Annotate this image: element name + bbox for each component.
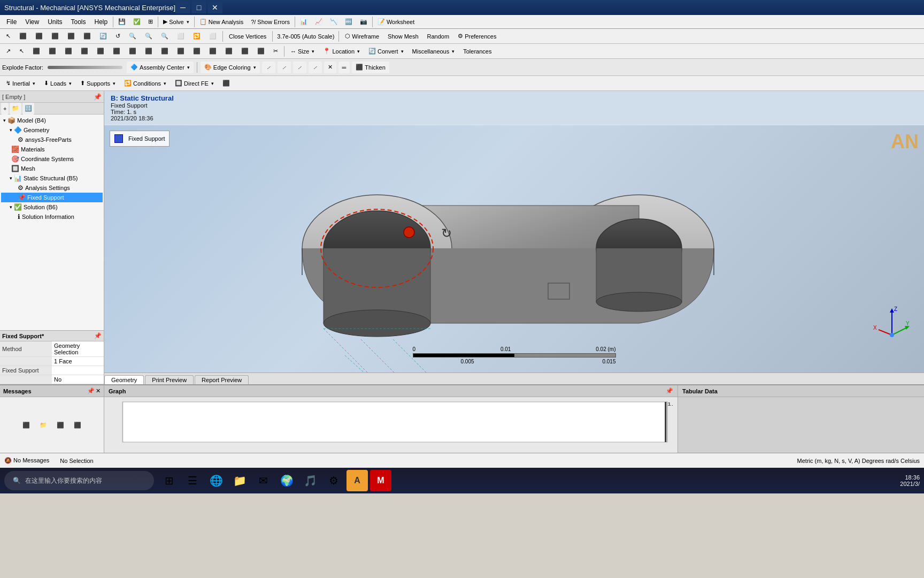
tree-item-analysis-settings[interactable]: ⚙ Analysis Settings bbox=[1, 183, 103, 193]
edge-angle-btn3[interactable]: ⟋ bbox=[293, 62, 306, 73]
tb3-icon12[interactable]: ⬛ bbox=[205, 45, 220, 57]
tb2-zoom-in[interactable]: 🔍 bbox=[157, 31, 172, 42]
tb3-icon10[interactable]: ⬛ bbox=[173, 45, 188, 57]
tb2-icon5[interactable]: ⬛ bbox=[64, 31, 79, 42]
convert-button[interactable]: 🔄 Convert ▾ bbox=[365, 45, 407, 57]
tb2-icon2[interactable]: ⬛ bbox=[16, 31, 30, 42]
tree-item-coord[interactable]: 🎯 Coordinate Systems bbox=[1, 154, 103, 164]
toolbar-icon-3[interactable]: ⊞ bbox=[144, 16, 157, 28]
edge-angle-btn1[interactable]: ⟋ bbox=[262, 62, 275, 73]
tree-item-mesh[interactable]: 🔲 Mesh bbox=[1, 164, 103, 173]
toolbar-icon-b5[interactable]: 📷 bbox=[356, 16, 371, 28]
tb2-zoom-box[interactable]: ⬜ bbox=[173, 31, 188, 42]
tb2-icon6[interactable]: ⬛ bbox=[80, 31, 95, 42]
maximize-button[interactable]: □ bbox=[191, 2, 206, 13]
tb3-icon2[interactable]: ⬛ bbox=[45, 45, 60, 57]
tab-geometry[interactable]: Geometry bbox=[104, 375, 144, 384]
assembly-center-button[interactable]: 🔷 Assembly Center ▾ bbox=[127, 62, 194, 73]
task-chrome[interactable]: 🌍 bbox=[276, 470, 297, 491]
inertial-button[interactable]: ↯ Inertial ▾ bbox=[2, 78, 39, 89]
tree-pin-button[interactable]: 📌 bbox=[94, 93, 102, 101]
edge-angle-btn4[interactable]: ⟋ bbox=[309, 62, 322, 73]
menu-file[interactable]: File bbox=[2, 17, 21, 27]
task-taskview[interactable]: ☰ bbox=[182, 470, 203, 491]
task-windows-button[interactable]: ⊞ bbox=[158, 470, 180, 491]
msg-icon4[interactable]: ⬛ bbox=[70, 419, 85, 431]
tb3-icon8[interactable]: ⬛ bbox=[141, 45, 156, 57]
props-pin-button[interactable]: 📌 bbox=[94, 332, 102, 339]
toolbar-icon-1[interactable]: 💾 bbox=[114, 16, 129, 28]
tb5-icon1[interactable]: ⬛ bbox=[219, 78, 234, 89]
tb3-select[interactable]: ↗ bbox=[2, 45, 14, 57]
tb3-icon9[interactable]: ⬛ bbox=[157, 45, 172, 57]
tb2-icon8[interactable]: ↺ bbox=[112, 31, 124, 42]
tree-item-static[interactable]: ▾ 📊 Static Structural (B5) bbox=[1, 173, 103, 183]
preferences-button[interactable]: ⚙ Preferences bbox=[454, 31, 500, 42]
edge-line-btn[interactable]: ═ bbox=[338, 62, 350, 73]
windows-search[interactable]: 🔍 在这里输入你要搜索的内容 bbox=[4, 471, 154, 490]
graph-pin[interactable]: 📌 bbox=[666, 387, 673, 394]
tab-print-preview[interactable]: Print Preview bbox=[145, 375, 194, 384]
tb3-icon5[interactable]: ⬛ bbox=[93, 45, 108, 57]
tb3-icon3[interactable]: ⬛ bbox=[61, 45, 76, 57]
tb3-icon1[interactable]: ⬛ bbox=[29, 45, 44, 57]
tree-item-sol-info[interactable]: ℹ Solution Information bbox=[1, 212, 103, 222]
messages-pin[interactable]: 📌 bbox=[87, 387, 95, 394]
close-button[interactable]: ✕ bbox=[207, 2, 222, 13]
tb2-icon10[interactable]: ⬜ bbox=[205, 31, 220, 42]
tb2-zoom-out[interactable]: 🔍 bbox=[141, 31, 156, 42]
task-explorer[interactable]: 📁 bbox=[229, 470, 250, 491]
supports-button[interactable]: ⬆ Supports ▾ bbox=[76, 78, 119, 89]
edge-angle-btn2[interactable]: ⟋ bbox=[278, 62, 291, 73]
tolerances-button[interactable]: Tolerances bbox=[459, 45, 495, 57]
tb2-zoom-fit[interactable]: 🔍 bbox=[125, 31, 140, 42]
direct-fe-button[interactable]: 🔲 Direct FE ▾ bbox=[171, 78, 218, 89]
tree-item-geometry[interactable]: ▾ 🔷 Geometry bbox=[1, 125, 103, 135]
tb2-icon4[interactable]: ⬛ bbox=[48, 31, 63, 42]
toolbar-icon-b2[interactable]: 📈 bbox=[311, 16, 326, 28]
tree-item-fixed-support[interactable]: 📌 Fixed Support bbox=[1, 193, 103, 202]
toolbar-icon-b3[interactable]: 📉 bbox=[326, 16, 341, 28]
tb2-icon7[interactable]: 🔄 bbox=[96, 31, 111, 42]
menu-view[interactable]: View bbox=[21, 17, 43, 27]
wireframe-button[interactable]: ⬡ Wireframe bbox=[341, 31, 383, 42]
edge-angle-btn5[interactable]: ✕ bbox=[324, 62, 336, 73]
task-mail[interactable]: ✉ bbox=[252, 470, 274, 491]
tab-report-preview[interactable]: Report Preview bbox=[195, 375, 249, 384]
msg-icon1[interactable]: ⬛ bbox=[19, 419, 34, 431]
minimize-button[interactable]: ─ bbox=[175, 2, 190, 13]
loads-button[interactable]: ⬇ Loads ▾ bbox=[40, 78, 75, 89]
tree-folder-button[interactable]: 📁 bbox=[10, 103, 21, 115]
toolbar-icon-2[interactable]: ✅ bbox=[129, 16, 144, 28]
messages-close[interactable]: ✕ bbox=[96, 387, 101, 394]
location-button[interactable]: 📍 Location ▾ bbox=[319, 45, 364, 57]
tb3-icon6[interactable]: ⬛ bbox=[109, 45, 124, 57]
menu-units[interactable]: Units bbox=[43, 17, 66, 27]
size-button[interactable]: ↔ Size ▾ bbox=[287, 45, 318, 57]
task-media[interactable]: 🎵 bbox=[299, 470, 321, 491]
tb3-icon14[interactable]: ⬛ bbox=[237, 45, 252, 57]
tree-sort-button[interactable]: 🔠 bbox=[22, 103, 34, 115]
msg-icon2[interactable]: 📁 bbox=[36, 419, 51, 431]
tb3-icon7[interactable]: ⬛ bbox=[125, 45, 140, 57]
tree-item-model[interactable]: ▾ 📦 Model (B4) bbox=[1, 116, 103, 125]
tb2-icon1[interactable]: ↖ bbox=[2, 31, 14, 42]
tb3-select2[interactable]: ↖ bbox=[16, 45, 28, 57]
task-ansys[interactable]: A bbox=[346, 470, 368, 491]
tb3-icon4[interactable]: ⬛ bbox=[77, 45, 92, 57]
toolbar-icon-b4[interactable]: 🔤 bbox=[341, 16, 356, 28]
menu-tools[interactable]: Tools bbox=[66, 17, 90, 27]
task-edge[interactable]: 🌐 bbox=[205, 470, 227, 491]
tb3-icon11[interactable]: ⬛ bbox=[189, 45, 204, 57]
tb3-icon13[interactable]: ⬛ bbox=[221, 45, 236, 57]
show-errors-button[interactable]: ?/ Show Errors bbox=[247, 16, 294, 28]
miscellaneous-button[interactable]: Miscellaneous ▾ bbox=[409, 45, 459, 57]
tree-item-solution[interactable]: ▾ ✅ Solution (B6) bbox=[1, 202, 103, 212]
explode-slider[interactable] bbox=[48, 66, 122, 69]
edge-coloring-button[interactable]: 🎨 Edge Coloring ▾ bbox=[201, 62, 260, 73]
solve-button[interactable]: ▶ Solve ▾ bbox=[159, 16, 193, 28]
worksheet-button[interactable]: 📝 Worksheet bbox=[374, 16, 418, 28]
close-vertices-button[interactable]: Close Vertices bbox=[225, 31, 270, 42]
tree-item-materials[interactable]: 🧱 Materials bbox=[1, 144, 103, 154]
conditions-button[interactable]: 🔁 Conditions ▾ bbox=[120, 78, 170, 89]
